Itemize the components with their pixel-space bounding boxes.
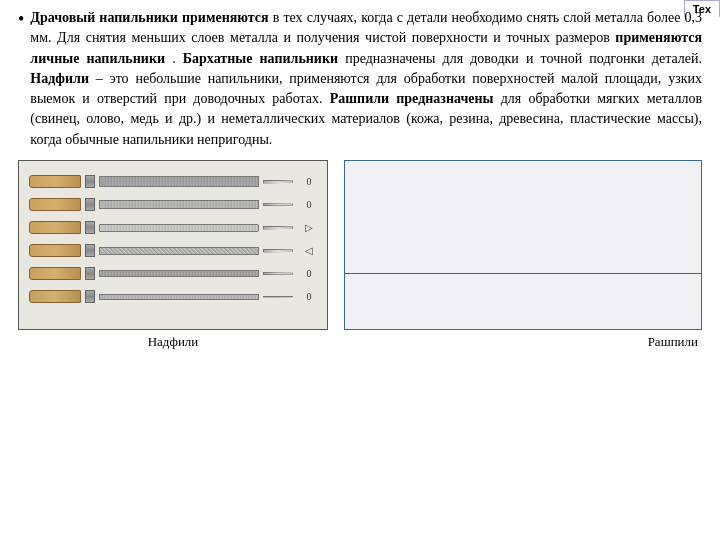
file-row-1: 0 [29, 175, 317, 188]
file-symbol-2: 0 [301, 199, 317, 210]
file-handle-3 [29, 221, 81, 234]
file-tip-6 [263, 296, 293, 298]
paragraph-text: Драчовый напильники применяются в тех сл… [30, 8, 702, 150]
file-body-5 [99, 270, 259, 277]
text-bold-3: Бархатные напильники [183, 51, 338, 66]
right-image-top [345, 161, 701, 274]
file-tip-5 [263, 272, 293, 275]
file-tip-2 [263, 203, 293, 206]
file-collar-2 [85, 198, 95, 211]
file-row-4: ◁ [29, 244, 317, 257]
left-image-caption: Надфили [18, 334, 328, 350]
right-image-box [344, 160, 702, 330]
file-collar-5 [85, 267, 95, 280]
file-tip-4 [263, 249, 293, 253]
file-tip-1 [263, 180, 293, 184]
file-body-6 [99, 294, 259, 300]
file-symbol-4: ◁ [301, 245, 317, 256]
file-symbol-3: ▷ [301, 222, 317, 233]
file-body-2 [99, 200, 259, 209]
main-text-block: • Драчовый напильники применяются в тех … [18, 8, 702, 150]
file-row-2: 0 [29, 198, 317, 211]
right-image-bottom [345, 274, 701, 329]
text-bold-5: Рашпили предназначены [330, 91, 494, 106]
text-normal-3: предназначены для доводки и точной подго… [345, 51, 702, 66]
bullet-dot: • [18, 10, 24, 28]
images-row: 0 0 [18, 160, 702, 350]
file-body-1 [99, 176, 259, 187]
file-collar-1 [85, 175, 95, 188]
file-symbol-1: 0 [301, 176, 317, 187]
text-bold-4: Надфили [30, 71, 89, 86]
file-row-3: ▷ [29, 221, 317, 234]
file-collar-3 [85, 221, 95, 234]
page-container: • Драчовый напильники применяются в тех … [0, 0, 720, 540]
file-handle-6 [29, 290, 81, 303]
file-tip-3 [263, 226, 293, 230]
file-body-3 [99, 224, 259, 232]
file-handle-5 [29, 267, 81, 280]
file-handle-4 [29, 244, 81, 257]
files-container: 0 0 [19, 161, 327, 313]
file-handle-2 [29, 198, 81, 211]
file-body-4 [99, 247, 259, 255]
file-row-5: 0 [29, 267, 317, 280]
left-image: 0 0 [18, 160, 328, 350]
text-normal-2: . [172, 51, 183, 66]
file-collar-4 [85, 244, 95, 257]
file-handle-1 [29, 175, 81, 188]
file-symbol-6: 0 [301, 291, 317, 302]
text-bold-1: Драчовый напильники применяются [30, 10, 268, 25]
file-collar-6 [85, 290, 95, 303]
file-symbol-5: 0 [301, 268, 317, 279]
right-image-caption: Рашпили [344, 334, 702, 350]
right-image: Рашпили [344, 160, 702, 350]
file-row-6: 0 [29, 290, 317, 303]
left-image-box: 0 0 [18, 160, 328, 330]
